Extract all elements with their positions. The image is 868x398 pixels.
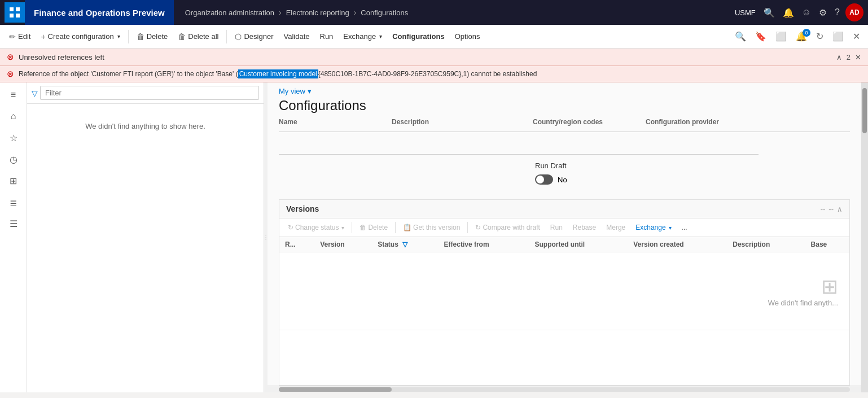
run-draft-label: Run Draft <box>535 161 567 170</box>
run-draft-toggle[interactable] <box>535 174 553 185</box>
favorites-icon[interactable]: ☆ <box>2 128 25 148</box>
list-icon[interactable]: ☰ <box>2 213 25 234</box>
configurations-tab[interactable]: Configurations <box>388 30 449 43</box>
open-new-icon[interactable]: ⬜ <box>829 29 847 44</box>
versions-table-header-row: R... Version Status ▽ Effective from Sup… <box>279 237 849 252</box>
settings-icon[interactable]: ⚙ <box>817 5 829 20</box>
col-provider: Configuration provider <box>646 116 759 128</box>
user-company: USMF <box>735 8 756 17</box>
error-banner-2-text-after: {4850C10B-1B7C-4AD0-98F9-26E3705C959C},1… <box>318 70 537 78</box>
versions-empty-row: ⊞ We didn't find anyth... <box>279 252 849 330</box>
exchange-button[interactable]: Exchange ▾ <box>339 30 387 43</box>
rebase-button[interactable]: Rebase <box>569 222 600 233</box>
avatar[interactable]: AD <box>845 3 863 21</box>
apps-button[interactable] <box>5 2 25 23</box>
breadcrumb-org[interactable]: Organization administration <box>185 8 274 17</box>
collapse-versions-icon[interactable]: ∧ <box>837 205 843 213</box>
scroll-thumb[interactable] <box>279 387 392 392</box>
get-this-version-button[interactable]: 📋 Get this version <box>399 222 464 233</box>
merge-button[interactable]: Merge <box>602 222 629 233</box>
search-filter-icon[interactable]: 🔍 <box>731 29 749 44</box>
my-view-selector[interactable]: My view ▾ <box>279 87 850 95</box>
side-nav: ≡ ⌂ ☆ ◷ ⊞ ≣ ☰ <box>0 82 27 392</box>
horizontal-scrollbar[interactable] <box>268 386 861 392</box>
field-description[interactable] <box>392 139 533 155</box>
error-banner-close[interactable]: ∧ 2 ✕ <box>836 53 861 62</box>
designer-button[interactable]: ⬡ Designer <box>230 30 278 43</box>
delete-all-button[interactable]: 🗑 Delete all <box>173 30 223 43</box>
collapse-icon[interactable]: ∧ <box>836 53 842 62</box>
vt-sep-1 <box>352 222 352 233</box>
status-filter-icon[interactable]: ▽ <box>402 240 407 248</box>
change-status-icon: ↻ <box>288 224 293 231</box>
notification-count: 0 <box>803 29 810 37</box>
field-provider[interactable] <box>646 139 759 155</box>
toggle-thumb <box>536 176 544 183</box>
close-panel-icon[interactable]: ✕ <box>849 29 863 44</box>
field-name[interactable] <box>279 139 392 155</box>
svg-rect-2 <box>10 14 14 18</box>
hamburger-menu-icon[interactable]: ≡ <box>2 85 25 105</box>
vertical-scroll-thumb[interactable] <box>862 88 867 133</box>
breadcrumb-er[interactable]: Electronic reporting <box>286 8 349 17</box>
versions-delete-icon: 🗑 <box>360 224 366 231</box>
versions-exchange-arrow-icon: ▾ <box>669 225 672 231</box>
validate-button[interactable]: Validate <box>279 30 314 43</box>
smiley-icon[interactable]: ☺ <box>800 5 813 20</box>
edit-button[interactable]: ✏ Edit <box>5 30 35 43</box>
workspaces-icon[interactable]: ⊞ <box>2 170 25 191</box>
col-version-created: Version created <box>628 237 727 252</box>
notification-bell-icon[interactable]: 🔔 <box>781 5 796 20</box>
main-toolbar: ✏ Edit + Create configuration ▾ 🗑 Delete… <box>0 25 868 49</box>
bookmark-icon[interactable]: 🔖 <box>752 29 770 44</box>
error-banner-1: ⊗ Unresolved references left ∧ 2 ✕ <box>0 49 868 66</box>
compare-with-draft-button[interactable]: ↻ Compare with draft <box>471 222 543 233</box>
refresh-icon[interactable]: ↻ <box>813 29 827 44</box>
error-circle-icon-2: ⊗ <box>7 69 14 79</box>
config-table: Name Description Country/region codes Co… <box>268 116 861 199</box>
top-bar: Finance and Operations Preview Organizat… <box>0 0 868 25</box>
versions-run-button[interactable]: Run <box>546 222 567 233</box>
filter-input[interactable] <box>40 86 259 100</box>
field-country[interactable] <box>533 139 646 155</box>
left-panel-empty: We didn't find anything to show here. <box>27 108 264 144</box>
filter-lines-icon[interactable]: ≣ <box>2 192 25 212</box>
close-icon[interactable]: ✕ <box>855 53 861 62</box>
delete-all-icon: 🗑 <box>178 32 186 41</box>
columns-icon[interactable]: ⬜ <box>772 29 790 44</box>
col-base: Base <box>805 237 849 252</box>
options-button[interactable]: Options <box>450 30 485 43</box>
home-icon[interactable]: ⌂ <box>2 106 25 126</box>
run-draft-value: No <box>558 176 567 184</box>
versions-empty-state: ⊞ We didn't find anyth... <box>291 275 838 307</box>
versions-empty-message: We didn't find anyth... <box>768 299 838 307</box>
help-icon[interactable]: ? <box>832 5 842 20</box>
vertical-scrollbar[interactable] <box>861 82 868 392</box>
change-status-button[interactable]: ↻ Change status ▾ <box>284 222 348 233</box>
versions-exchange-button[interactable]: Exchange ▾ <box>632 222 675 233</box>
breadcrumb-sep-2: › <box>354 8 357 17</box>
notification-badge[interactable]: 🔔 0 <box>792 29 810 44</box>
versions-table-body: ⊞ We didn't find anyth... <box>279 252 849 330</box>
col-r: R... <box>279 237 314 252</box>
col-effective-from: Effective from <box>439 237 529 252</box>
versions-controls: -- -- ∧ <box>821 205 843 213</box>
search-icon[interactable]: 🔍 <box>761 5 777 20</box>
versions-more-button[interactable]: ... <box>678 222 691 233</box>
create-configuration-button[interactable]: + Create configuration ▾ <box>36 30 124 43</box>
run-button[interactable]: Run <box>315 30 338 43</box>
left-panel: ▽ We didn't find anything to show here. <box>27 82 264 392</box>
versions-toolbar: ↻ Change status ▾ 🗑 Delete 📋 Get this ve… <box>279 218 849 237</box>
get-version-icon: 📋 <box>403 224 411 231</box>
versions-delete-button[interactable]: 🗑 Delete <box>356 222 392 233</box>
delete-button[interactable]: 🗑 Delete <box>132 30 173 43</box>
breadcrumb-config[interactable]: Configurations <box>361 8 408 17</box>
designer-icon: ⬡ <box>235 32 242 41</box>
filter-icon[interactable]: ▽ <box>32 89 38 98</box>
error-highlight: Customer invoicing model <box>238 69 318 78</box>
config-fields <box>279 137 850 157</box>
create-config-arrow-icon: ▾ <box>117 33 120 40</box>
col-name: Name <box>279 116 392 128</box>
recent-icon[interactable]: ◷ <box>2 149 25 169</box>
col-description: Description <box>727 237 805 252</box>
